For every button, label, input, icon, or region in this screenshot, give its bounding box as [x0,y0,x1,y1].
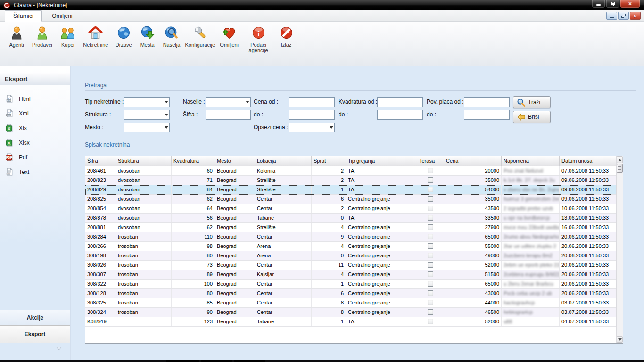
table-row[interactable]: 308/324trosoban90BeogradCentar8Centralno… [85,308,616,317]
xlsx-file-icon: XXLSX [6,139,14,147]
struktura-select[interactable] [124,110,170,120]
scroll-down-button[interactable] [617,336,623,343]
terasa-checkbox[interactable] [428,281,433,287]
terasa-checkbox[interactable] [428,290,433,296]
terasa-checkbox[interactable] [428,177,433,183]
column-header-cena[interactable]: Cena [444,156,502,166]
table-row[interactable]: K08/919-123BeogradTabane-1TA52000u8804.0… [85,317,616,327]
terasa-checkbox[interactable] [428,215,433,221]
table-row[interactable]: 208/829dvosoban84BeogradStrelište1TA5400… [85,185,616,195]
terasa-checkbox[interactable] [428,272,433,277]
toolbar-button-omiljeni-8[interactable]: Omiljeni [216,25,242,66]
terasa-checkbox[interactable] [428,319,433,324]
kvadratura-do-input[interactable] [377,110,423,120]
toolbar-button-prodavci[interactable]: Prodavci [28,25,56,66]
toolbar-button-izlaz[interactable]: Izlaz [274,25,298,66]
sidebar-panel-akcije[interactable]: Akcije [0,310,70,325]
window-minimize-button[interactable] [592,0,605,8]
mdi-minimize-button[interactable] [606,12,617,20]
sifra-input[interactable] [206,110,251,120]
kvadratura-od-input[interactable] [377,97,423,107]
sidebar-item-xlsx[interactable]: XXLSXXlsx [0,135,70,150]
toolbar-button-mesta[interactable]: Mesta [136,25,159,66]
terasa-checkbox[interactable] [428,224,433,230]
toolbar-button-agenti[interactable]: Agenti [5,25,28,66]
table-row[interactable]: 308/026trosoban73BeogradCentar11Centraln… [85,261,616,270]
table-row[interactable]: 308/128trosoban80BeogradCentar6Centralno… [85,289,616,298]
cell-napomena: 2uzcbero terapu 8m2 [502,251,560,260]
column-header-mesto[interactable]: Mesto [215,156,255,166]
table-row[interactable]: 208/823dvosoban71BeogradStrelište2TA3500… [85,176,616,185]
column-header-datum-unosa[interactable]: Datum unosa [560,156,616,166]
mesto-select[interactable] [124,123,170,132]
chevron-down-icon[interactable] [56,347,62,350]
toolbar-button-nekretnine[interactable]: Nekretnine [80,25,112,66]
toolbar-button-podaci-agencije[interactable]: iPodaci agencije [242,25,274,66]
tip-nekretnine-select[interactable] [124,97,170,107]
terasa-checkbox[interactable] [428,187,433,192]
table-row[interactable]: 308/307trosoban89BeogradKajsijar4Central… [85,270,616,280]
sidebar-item-html[interactable]: <>HTMLHtml [0,91,70,106]
table-row[interactable]: 208/878dvosoban56BeogradTabane0TA33500u … [85,214,616,223]
sidebar-header-eksport: Eksport [0,73,70,85]
tab-omiljeni[interactable]: Omiljeni [44,11,80,22]
cell-cena: 44000 [444,298,502,307]
terasa-checkbox[interactable] [428,309,433,315]
table-row[interactable]: 308/198trosoban80BeogradArena0Centralno … [85,251,616,261]
cell-sprat: 11 [312,261,346,270]
pov-placa-od-input[interactable] [464,97,510,107]
toolbar-button-konfiguracije[interactable]: Konfiguracije [184,25,216,66]
terasa-checkbox[interactable] [428,206,433,211]
cell-lokacija: Centar [255,308,312,317]
opsezi-cena-select[interactable] [289,123,335,132]
naselje-select[interactable] [206,97,251,107]
table-row[interactable]: 208/461dvosoban60BeogradKolonija2TA20000… [85,166,616,176]
sidebar-item-text[interactable]: TXTText [0,165,70,179]
table-row[interactable]: 308/322trosoban100BeogradCentar1Centraln… [85,280,616,289]
table-row[interactable]: 208/825dvosoban62BeogradCentar6Centralno… [85,195,616,204]
column-header-struktura[interactable]: Struktura [116,156,172,166]
column-header-kvadratura[interactable]: Kvadratura [172,156,215,166]
table-row[interactable]: 308/266trosoban98BeogradArena4Centralno … [85,242,616,251]
column-header-tip-grejanja[interactable]: Tip grejanja [346,156,417,166]
column-header-terasa[interactable]: Terasa [417,156,444,166]
tab-sifarnici[interactable]: Šifarnici [5,10,42,22]
cell-kvadratura: 100 [172,280,215,288]
terasa-checkbox[interactable] [428,196,433,202]
scrollbar-thumb[interactable] [617,164,623,173]
column-header-napomena[interactable]: Napomena [502,156,560,166]
trazi-button[interactable]: Traži [513,96,551,108]
terasa-checkbox[interactable] [428,262,433,268]
cell-mesto: Beograd [215,261,255,270]
table-row[interactable]: 308/325trosoban85BeogradCentar8Centralno… [85,298,616,308]
cena-od-input[interactable] [289,97,335,107]
sidebar-item-pdf[interactable]: PDFPdf [0,150,70,165]
terasa-checkbox[interactable] [428,234,433,239]
window-restore-button[interactable] [606,0,619,8]
toolbar-button-drzave[interactable]: Drzave [112,25,136,66]
column-header--ifra[interactable]: Šifra [85,156,116,166]
scroll-up-button[interactable] [617,156,623,163]
sidebar-panel-eksport[interactable]: Eksport [0,325,70,343]
table-row[interactable]: 308/284trosoban110BeogradCentar9Centraln… [85,232,616,242]
cena-do-input[interactable] [289,110,335,120]
column-header-sprat[interactable]: Sprat [312,156,346,166]
toolbar-button-naselja[interactable]: Naselja [159,25,184,66]
vertical-scrollbar[interactable] [616,156,623,343]
table-row[interactable]: 208/854dvosoban64BeogradCentar2Centralno… [85,204,616,214]
terasa-checkbox[interactable] [428,168,433,173]
pov-placa-do-input[interactable] [464,110,510,120]
terasa-checkbox[interactable] [428,243,433,249]
terasa-checkbox[interactable] [428,253,433,258]
sidebar-item-xls[interactable]: XXls [0,121,70,135]
toolbar-button-kupci[interactable]: Kupci [56,25,80,66]
window-close-button[interactable]: × [620,0,640,8]
column-header-lokacija[interactable]: Lokacija [255,156,312,166]
table-row[interactable]: 208/881dvosoban62BeogradStrelište4Centra… [85,223,616,232]
mdi-restore-button[interactable] [618,12,629,20]
cell-cena: 35000 [444,176,502,185]
sidebar-item-xml[interactable]: <>XMLXml [0,106,70,121]
brisi-button[interactable]: Briši [513,111,551,123]
terasa-checkbox[interactable] [428,300,433,305]
mdi-close-button[interactable]: × [630,12,641,20]
